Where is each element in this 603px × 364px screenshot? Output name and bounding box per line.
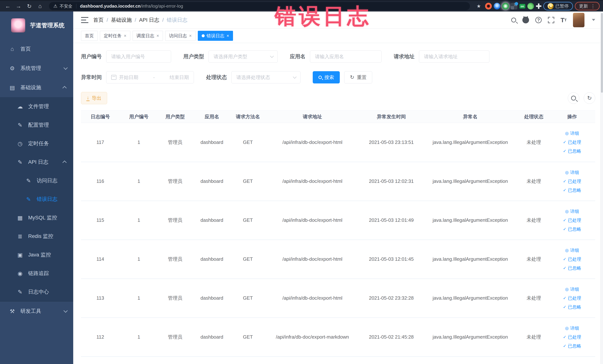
refresh-button[interactable]: ↻ xyxy=(584,92,595,104)
sidebar-item-trace[interactable]: ◉ 链路追踪 xyxy=(0,264,73,282)
export-button[interactable]: ↓ 导出 xyxy=(81,92,107,104)
cell-user_type: 管理员 xyxy=(158,279,192,318)
row-action-link[interactable]: ◎ 详细 xyxy=(565,286,579,292)
extension-grid-icon[interactable] xyxy=(511,3,517,10)
row-action-link[interactable]: ◎ 详细 xyxy=(565,169,579,176)
extensions-puzzle-icon[interactable] xyxy=(536,3,542,9)
back-icon[interactable]: ← xyxy=(3,2,12,11)
row-action-link[interactable]: ✓ 已处理 xyxy=(563,217,581,223)
row-action-link[interactable]: ✓ 已忽略 xyxy=(563,304,581,310)
sidebar-item-file[interactable]: ☁ 文件管理 xyxy=(0,97,73,116)
sidebar-item-home[interactable]: ⌂ 首页 xyxy=(0,39,73,59)
row-action-link[interactable]: ✓ 已处理 xyxy=(563,178,581,184)
logo-row[interactable]: 芋道管理系统 xyxy=(0,12,73,39)
row-action-link[interactable]: ✓ 已忽略 xyxy=(563,148,581,154)
user-id-input[interactable] xyxy=(111,54,166,59)
close-icon[interactable]: × xyxy=(124,33,127,38)
date-range-picker[interactable]: 开始日期 - 结束日期 xyxy=(106,71,194,83)
sidebar-item-api-log[interactable]: ✎ API 日志 xyxy=(0,153,73,171)
tag-tab[interactable]: 调度日志 × xyxy=(133,31,163,41)
row-action-link[interactable]: ◎ 详细 xyxy=(565,247,579,253)
scrollbar-thumb[interactable] xyxy=(601,13,603,93)
process-status-select[interactable]: 请选择处理状态 xyxy=(231,71,301,83)
sidebar-item-java[interactable]: ▣ Java 监控 xyxy=(0,246,73,264)
update-pill[interactable]: 更新 ⋮ xyxy=(575,2,600,10)
java-icon: ▣ xyxy=(16,252,24,258)
extension-blue-icon[interactable] xyxy=(494,3,500,10)
row-action-link[interactable]: ✓ 已处理 xyxy=(563,256,581,262)
op-eye-icon: ◎ xyxy=(565,248,569,253)
reload-icon[interactable]: ↻ xyxy=(25,2,34,11)
search-icon[interactable] xyxy=(511,18,516,23)
app-title: 芋道管理系统 xyxy=(30,22,65,29)
extension-red-icon[interactable] xyxy=(485,3,492,10)
breadcrumb-item[interactable]: 基础设施 xyxy=(111,16,132,23)
toggle-search-button[interactable] xyxy=(568,92,579,104)
security-label[interactable]: 不安全 xyxy=(60,3,72,9)
row-action-link[interactable]: ✓ 已忽略 xyxy=(563,226,581,232)
font-size-icon[interactable]: TT xyxy=(561,17,567,23)
row-action-link[interactable]: ✓ 已忽略 xyxy=(563,187,581,193)
log-icon: ✎ xyxy=(24,196,33,202)
chevron-down-icon[interactable] xyxy=(592,19,595,21)
row-action-link[interactable]: ◎ 详细 xyxy=(565,325,579,331)
sidebar-item-label: 系统管理 xyxy=(20,65,59,72)
row-action-link[interactable]: ✓ 已忽略 xyxy=(563,265,581,271)
github-icon[interactable] xyxy=(522,17,529,23)
sidebar-item-mysql[interactable]: ▦ MySQL 监控 xyxy=(0,208,73,227)
tag-tab[interactable]: 首页 xyxy=(81,31,98,41)
app-name-input[interactable] xyxy=(315,54,376,59)
cell-time: 2021-05-03 12:01:45 xyxy=(361,240,422,279)
avatar[interactable] xyxy=(573,13,584,27)
address-bar[interactable]: ⚠ 不安全 dashboard.yudao.iocoder.cn/infra/l… xyxy=(49,2,470,10)
cell-status: 未处理 xyxy=(519,201,549,240)
reset-button[interactable]: ↻ 重置 xyxy=(344,71,372,83)
sidebar-item-job[interactable]: ◷ 定时任务 xyxy=(0,134,73,153)
tag-tab[interactable]: 错误日志 × xyxy=(198,31,233,41)
sidebar-item-system[interactable]: ⚙ 系统管理 xyxy=(0,59,73,78)
breadcrumb-item[interactable]: 首页 xyxy=(93,16,104,23)
row-action-link[interactable]: ✓ 已处理 xyxy=(563,334,581,340)
page-scrollbar[interactable] xyxy=(600,12,603,364)
close-icon[interactable]: × xyxy=(156,33,159,38)
tag-tab[interactable]: 访问日志 × xyxy=(165,31,196,41)
kebab-menu-icon[interactable]: ⋮ xyxy=(591,3,595,9)
extension-green-icon[interactable] xyxy=(502,3,509,10)
sidebar-item-config[interactable]: ✎ 配置管理 xyxy=(0,116,73,134)
on-badge[interactable]: on xyxy=(519,4,525,9)
clock-icon: ◷ xyxy=(16,140,24,147)
close-icon[interactable]: × xyxy=(189,33,192,38)
row-action-link[interactable]: ◎ 详细 xyxy=(565,130,579,136)
request-url-input[interactable] xyxy=(424,54,484,59)
cell-id: 112 xyxy=(81,318,120,357)
user-type-select[interactable]: 请选择用户类型 xyxy=(209,50,278,63)
cell-url: /api/infra/db-doc/export-markdown xyxy=(264,318,361,357)
row-action-link[interactable]: ✓ 已忽略 xyxy=(563,343,581,349)
forward-icon[interactable]: → xyxy=(14,2,23,11)
paused-pill[interactable]: 已暂停 xyxy=(543,2,573,10)
fullscreen-icon[interactable] xyxy=(548,17,554,23)
breadcrumb-item[interactable]: API 日志 xyxy=(139,16,159,23)
row-action-link[interactable]: ◎ 详细 xyxy=(565,208,579,214)
tag-tab[interactable]: 定时任务 × xyxy=(100,31,130,41)
hamburger-icon[interactable] xyxy=(81,17,88,23)
close-icon[interactable]: × xyxy=(227,33,229,38)
search-button[interactable]: 搜索 xyxy=(313,71,340,83)
sidebar-item-dev-tools[interactable]: ⚒ 研发工具 xyxy=(0,302,73,321)
cell-id: 115 xyxy=(81,201,120,240)
sidebar-item-infra[interactable]: ▤ 基础设施 xyxy=(0,78,73,97)
sidebar-item-access-log[interactable]: ✎ 访问日志 xyxy=(0,171,73,190)
sidebar-item-log-center[interactable]: ✎ 日志中心 xyxy=(0,282,73,301)
screen: ← → ↻ ⌂ ⚠ 不安全 dashboard.yudao.iocoder.cn… xyxy=(0,0,603,364)
row-action-link[interactable]: ✓ 已处理 xyxy=(563,139,581,145)
chevron-down-icon xyxy=(293,75,297,79)
row-action-link[interactable]: ✓ 已处理 xyxy=(563,295,581,301)
column-header: 请求方法名 xyxy=(232,111,264,123)
filter-user-id: 用户编号 xyxy=(81,50,171,63)
extension-plant-icon[interactable] xyxy=(527,3,534,10)
bookmark-star-icon[interactable]: ★ xyxy=(474,2,483,11)
sidebar-item-redis[interactable]: ≣ Redis 监控 xyxy=(0,227,73,246)
sidebar-item-error-log[interactable]: ✎ 错误日志 xyxy=(0,190,73,208)
home-button-icon[interactable]: ⌂ xyxy=(35,2,45,11)
help-icon[interactable]: ? xyxy=(535,17,542,23)
